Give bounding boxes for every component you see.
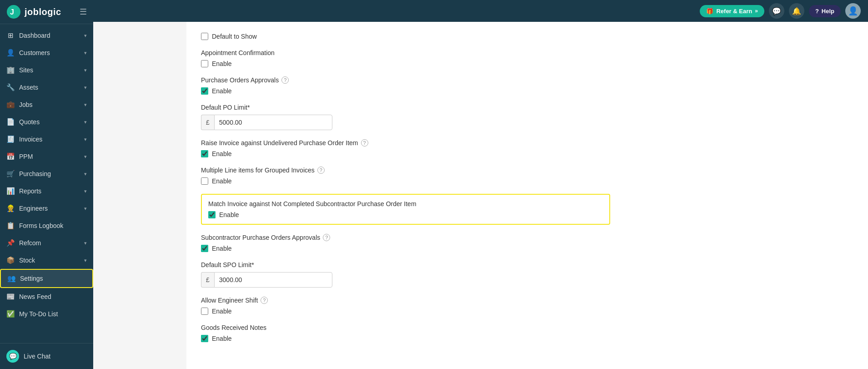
subcontractor-po-approvals-checkbox[interactable] [201,245,208,252]
sidebar-item-invoices[interactable]: 🧾 Invoices ▾ [0,131,93,148]
raise-invoice-undelivered-checkbox[interactable] [201,150,208,157]
sidebar-item-engineers[interactable]: 👷 Engineers ▾ [0,200,93,217]
sidebar-item-stock[interactable]: 📦 Stock ▾ [0,252,93,269]
sidebar-item-label: Stock [19,257,82,264]
default-po-limit-title: Default PO Limit* [201,104,610,111]
sidebar-item-label: Customers [19,49,82,56]
sidebar-logo: J joblogic ☰ [0,0,93,24]
setting-appointment-confirmation: Appointment Confirmation Enable [201,49,610,67]
raise-invoice-undelivered-title: Raise Invoice against Undelivered Purcha… [201,139,610,147]
sidebar-item-sites[interactable]: 🏢 Sites ▾ [0,61,93,79]
spo-limit-input[interactable] [214,272,332,288]
chevron-icon: ▾ [84,102,87,108]
jobs-icon: 💼 [6,101,15,109]
refer-earn-button[interactable]: 🎁 Refer & Earn » [700,5,764,17]
sidebar-item-ppm[interactable]: 📅 PPM ▾ [0,148,93,165]
chevron-icon: ▾ [84,85,87,91]
multiple-line-items-checkbox[interactable] [201,177,208,185]
match-invoice-title: Match Invoice against Not Completed Subc… [208,200,603,207]
svg-text:J: J [10,8,14,16]
purchasing-icon: 🛒 [6,170,15,178]
sidebar-item-settings[interactable]: 👥 Settings [0,269,93,288]
multiple-line-items-title: Multiple Line items for Grouped Invoices… [201,167,610,174]
appointment-confirmation-enable-label: Enable [212,60,232,67]
refer-earn-arrow: » [755,8,758,14]
sidebar-bottom: 💬 Live Chat [0,343,93,369]
sidebar-item-label: Sites [19,66,82,74]
appointment-confirmation-checkbox[interactable] [201,60,208,67]
subcontractor-po-approvals-title: Subcontractor Purchase Orders Approvals … [201,234,610,241]
setting-multiple-line-items: Multiple Line items for Grouped Invoices… [201,167,610,185]
reports-icon: 📊 [6,187,15,195]
subcontractor-po-approvals-help-icon[interactable]: ? [323,234,330,241]
chevron-icon: ▾ [84,136,87,142]
default-to-show-checkbox[interactable] [201,33,208,40]
sidebar-item-forms-logbook[interactable]: 📋 Forms Logbook [0,217,93,234]
match-invoice-enable-label: Enable [219,211,239,218]
subcontractor-po-approvals-enable-label: Enable [212,245,232,252]
live-chat-item[interactable]: 💬 Live Chat [0,345,93,367]
sidebar-item-label: Refcom [19,239,82,247]
sidebar-item-label: PPM [19,153,82,160]
help-button[interactable]: ? Help [809,5,841,17]
live-chat-label: Live Chat [24,353,50,360]
match-invoice-checkbox[interactable] [208,211,216,218]
spo-limit-currency-prefix: £ [201,272,214,288]
goods-received-notes-checkbox[interactable] [201,335,208,342]
chat-button[interactable]: 💬 [769,3,784,19]
sidebar-item-jobs[interactable]: 💼 Jobs ▾ [0,96,93,113]
chevron-icon: ▾ [84,119,87,125]
purchase-orders-approvals-title: Purchase Orders Approvals ? [201,76,610,84]
goods-received-notes-enable-label: Enable [212,335,232,342]
appointment-confirmation-title: Appointment Confirmation [201,49,610,56]
sidebar-item-label: Jobs [19,101,82,108]
chevron-icon: ▾ [84,188,87,194]
user-avatar-button[interactable]: 👤 [845,3,861,19]
sidebar-item-assets[interactable]: 🔧 Assets ▾ [0,79,93,96]
purchase-orders-approvals-help-icon[interactable]: ? [281,76,289,84]
sidebar-item-news-feed[interactable]: 📰 News Feed [0,288,93,305]
notifications-button[interactable]: 🔔 [789,3,804,19]
sidebar-item-label: News Feed [19,293,87,300]
chevron-icon: ▾ [84,33,87,39]
sidebar-item-reports[interactable]: 📊 Reports ▾ [0,182,93,200]
refer-earn-icon: 🎁 [706,8,713,15]
sidebar-nav: ⊞ Dashboard ▾ 👤 Customers ▾ 🏢 Sites ▾ 🔧 … [0,24,93,343]
highlighted-match-invoice-box: Match Invoice against Not Completed Subc… [201,194,610,225]
main-content: Default to Show Appointment Confirmation… [186,22,868,369]
spo-limit-row: £ [201,272,610,288]
setting-raise-invoice-undelivered: Raise Invoice against Undelivered Purcha… [201,139,610,157]
invoices-icon: 🧾 [6,135,15,143]
sidebar-item-quotes[interactable]: 📄 Quotes ▾ [0,113,93,131]
sidebar-item-label: Purchasing [19,170,82,177]
sidebar-item-label: Reports [19,187,82,195]
raise-invoice-help-icon[interactable]: ? [361,139,368,147]
sidebar-item-my-todo[interactable]: ✅ My To-Do List [0,305,93,323]
chevron-icon: ▾ [84,67,87,73]
multiple-line-items-help-icon[interactable]: ? [317,167,325,174]
sidebar-item-dashboard[interactable]: ⊞ Dashboard ▾ [0,27,93,44]
po-limit-input[interactable] [214,115,332,130]
setting-subcontractor-po-approvals: Subcontractor Purchase Orders Approvals … [201,234,610,252]
purchase-orders-approvals-checkbox[interactable] [201,87,208,95]
help-label: Help [822,8,834,15]
sidebar-item-refcom[interactable]: 📌 Refcom ▾ [0,234,93,252]
allow-engineer-shift-title: Allow Engineer Shift ? [201,297,610,304]
sidebar-item-label: Settings [20,275,86,282]
allow-engineer-shift-checkbox[interactable] [201,308,208,315]
ppm-icon: 📅 [6,152,15,161]
hamburger-icon[interactable]: ☰ [80,7,87,17]
todo-icon: ✅ [6,310,15,318]
sidebar-item-label: Engineers [19,205,82,212]
po-limit-currency-prefix: £ [201,115,214,130]
allow-engineer-shift-help-icon[interactable]: ? [261,297,268,304]
goods-received-notes-title: Goods Received Notes [201,324,610,331]
sidebar-item-customers[interactable]: 👤 Customers ▾ [0,44,93,61]
bell-icon: 🔔 [792,7,801,15]
sidebar-item-purchasing[interactable]: 🛒 Purchasing ▾ [0,165,93,182]
purchase-orders-approvals-enable-label: Enable [212,87,232,95]
topbar-actions: 🎁 Refer & Earn » 💬 🔔 ? Help 👤 [700,3,861,19]
chevron-icon: ▾ [84,154,87,160]
joblogic-logo-icon: J [6,5,21,19]
chevron-icon: ▾ [84,206,87,212]
